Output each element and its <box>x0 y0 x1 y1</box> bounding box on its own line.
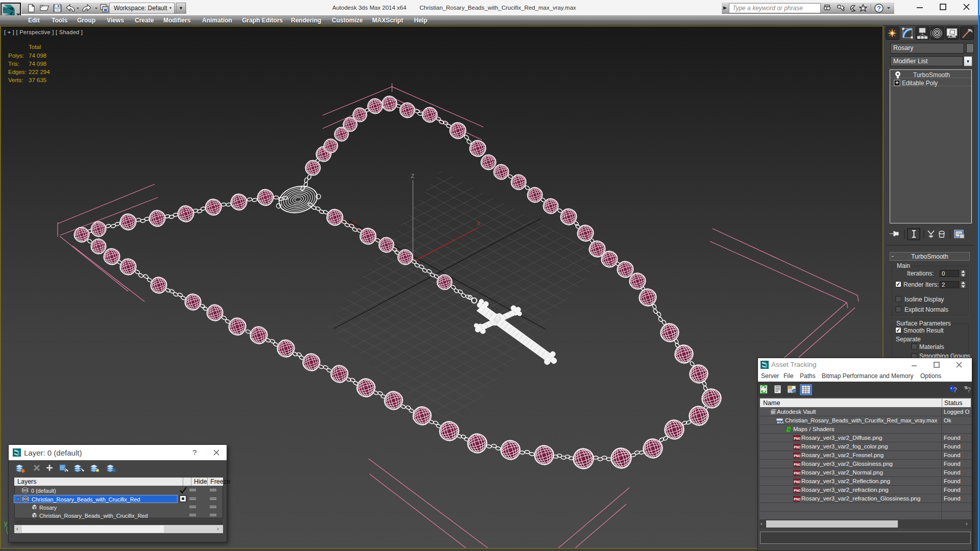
svg-text:PNG: PNG <box>794 463 800 466</box>
svg-text:PNG: PNG <box>794 471 800 475</box>
svg-text:PNG: PNG <box>794 454 800 458</box>
svg-text:PNG: PNG <box>794 497 800 501</box>
svg-text:Z: Z <box>411 173 414 179</box>
svg-text:PNG: PNG <box>794 445 800 449</box>
svg-text:?: ? <box>967 386 971 394</box>
svg-text:?: ? <box>953 386 958 394</box>
svg-text:PNG: PNG <box>794 437 800 440</box>
svg-text:PNG: PNG <box>794 480 800 484</box>
svg-text:X: X <box>477 220 481 227</box>
svg-text:PNG: PNG <box>794 489 800 492</box>
svg-text:?: ? <box>877 5 881 12</box>
svg-text:MAX: MAX <box>777 421 783 424</box>
